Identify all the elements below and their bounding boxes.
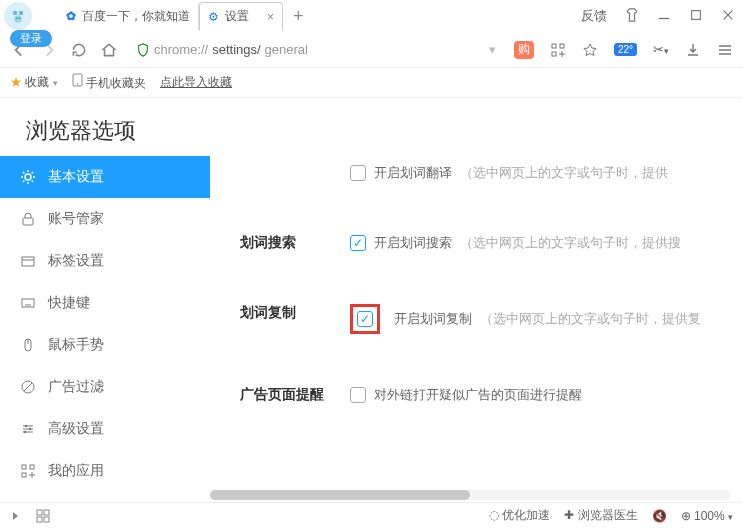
search-checkbox[interactable]: ✓ — [350, 235, 366, 251]
tab-settings[interactable]: ⚙ 设置 × — [199, 2, 283, 30]
setting-search-row: 划词搜索 ✓ 开启划词搜索 （选中网页上的文字或句子时，提供搜 — [240, 234, 743, 252]
mobile-favorites[interactable]: 手机收藏夹 — [72, 73, 146, 92]
translate-label: 开启划词翻译 — [374, 164, 452, 182]
sidebar-item-mouse[interactable]: 鼠标手势 — [0, 324, 210, 366]
svg-rect-33 — [37, 517, 42, 522]
phone-icon — [72, 76, 83, 90]
svg-rect-29 — [30, 465, 34, 469]
login-button[interactable]: 登录 — [10, 30, 52, 47]
settings-sidebar: 基本设置 账号管家 标签设置 快捷键 鼠标手势 广告过滤 高级设置 我的应用 — [0, 156, 210, 502]
home-icon[interactable] — [100, 41, 118, 59]
search-hint: （选中网页上的文字或句子时，提供搜 — [460, 234, 681, 252]
doctor-button[interactable]: ✚ 浏览器医生 — [564, 507, 637, 524]
menu-icon[interactable] — [717, 42, 733, 58]
sidebar-item-adblock[interactable]: 广告过滤 — [0, 366, 210, 408]
block-icon — [20, 379, 36, 395]
apps-icon — [20, 463, 36, 479]
translate-hint: （选中网页上的文字或句子时，提供 — [460, 164, 668, 182]
title-bar: 登录 ✿ 百度一下，你就知道 ⚙ 设置 × + 反馈 — [0, 0, 743, 32]
zoom-indicator[interactable]: ⊕ 100% ▾ — [681, 509, 733, 523]
settings-content: ✓ 开启划词翻译 （选中网页上的文字或句子时，提供 划词搜索 ✓ 开启划词搜索 … — [210, 156, 743, 502]
mute-icon[interactable]: 🔇 — [652, 509, 667, 523]
svg-rect-32 — [44, 510, 49, 515]
tab-title: 百度一下，你就知道 — [82, 8, 190, 25]
weather-badge[interactable]: 22° — [614, 43, 637, 56]
accelerate-button[interactable]: ◌ 优化加速 — [489, 507, 550, 524]
extensions-icon[interactable] — [550, 42, 566, 58]
chevron-down-icon[interactable]: ▾ — [489, 42, 496, 57]
scissors-icon[interactable]: ✂▾ — [653, 42, 669, 57]
copy-label: 开启划词复制 — [394, 310, 472, 328]
maximize-icon[interactable] — [689, 8, 703, 25]
import-favorites-link[interactable]: 点此导入收藏 — [160, 74, 232, 91]
highlight-box: ✓ — [350, 304, 380, 334]
sidebar-item-label: 鼠标手势 — [48, 336, 104, 354]
droplet-icon: ◌ — [489, 508, 499, 522]
url-box[interactable]: chrome://settings/general ▾ — [130, 42, 502, 57]
ad-checkbox[interactable]: ✓ — [350, 387, 366, 403]
bookmarks-bar: ★ 收藏 ▾ 手机收藏夹 点此导入收藏 — [0, 68, 743, 98]
tab-close-icon[interactable]: × — [267, 10, 274, 24]
favorites-menu[interactable]: ★ 收藏 ▾ — [10, 74, 58, 91]
scrollbar-thumb[interactable] — [210, 490, 470, 500]
svg-rect-9 — [552, 44, 556, 48]
favorite-icon[interactable] — [582, 42, 598, 58]
sidebar-item-label: 账号管家 — [48, 210, 104, 228]
close-window-icon[interactable] — [721, 8, 735, 25]
search-label: 开启划词搜索 — [374, 234, 452, 252]
svg-rect-30 — [22, 473, 26, 477]
sidebar-item-tabs[interactable]: 标签设置 — [0, 240, 210, 282]
sidebar-item-label: 基本设置 — [48, 168, 104, 186]
tabs-icon — [20, 253, 36, 269]
copy-hint: （选中网页上的文字或句子时，提供复 — [480, 310, 701, 328]
sidebar-item-accounts[interactable]: 账号管家 — [0, 198, 210, 240]
svg-line-24 — [24, 383, 32, 391]
sidebar-item-general[interactable]: 基本设置 — [0, 156, 210, 198]
setting-translate-row: ✓ 开启划词翻译 （选中网页上的文字或句子时，提供 — [240, 164, 743, 182]
sidebar-item-apps[interactable]: 我的应用 — [0, 450, 210, 492]
star-icon: ★ — [10, 75, 22, 89]
avatar[interactable] — [4, 2, 32, 30]
sliders-icon — [20, 421, 36, 437]
svg-point-4 — [19, 17, 21, 19]
keyboard-icon — [20, 295, 36, 311]
svg-rect-19 — [22, 257, 34, 266]
sidebar-item-shortcuts[interactable]: 快捷键 — [0, 282, 210, 324]
svg-point-2 — [14, 15, 22, 23]
url-path: settings/ — [212, 42, 260, 57]
toolbar-right: 购 22° ✂▾ — [514, 41, 733, 59]
svg-rect-18 — [23, 218, 33, 225]
sidebar-item-label: 我的应用 — [48, 462, 104, 480]
lock-icon — [20, 211, 36, 227]
sidebar-toggle-icon[interactable] — [10, 510, 22, 522]
minimize-icon[interactable] — [657, 8, 671, 25]
sidebar-item-advanced[interactable]: 高级设置 — [0, 408, 210, 450]
svg-rect-11 — [552, 52, 556, 56]
copy-checkbox[interactable]: ✓ — [357, 311, 373, 327]
tab-baidu[interactable]: ✿ 百度一下，你就知道 — [58, 2, 199, 30]
new-tab-button[interactable]: + — [283, 2, 314, 30]
svg-point-27 — [24, 431, 27, 434]
sidebar-item-label: 快捷键 — [48, 294, 90, 312]
svg-point-25 — [25, 425, 28, 428]
section-label: 划词搜索 — [240, 234, 350, 252]
paw-icon: ✿ — [66, 9, 76, 23]
avatar-icon — [9, 7, 27, 25]
translate-checkbox[interactable]: ✓ — [350, 165, 366, 181]
feedback-link[interactable]: 反馈 — [581, 7, 607, 25]
reload-icon[interactable] — [70, 41, 88, 59]
svg-point-1 — [19, 11, 24, 16]
horizontal-scrollbar[interactable] — [210, 490, 731, 500]
grid-icon[interactable] — [36, 509, 50, 523]
setting-ad-row: 广告页面提醒 ✓ 对外链打开疑似广告的页面进行提醒 — [240, 386, 743, 404]
svg-rect-10 — [560, 44, 564, 48]
ad-label: 对外链打开疑似广告的页面进行提醒 — [374, 386, 582, 404]
section-label: 划词复制 — [240, 304, 350, 322]
svg-rect-34 — [44, 517, 49, 522]
skin-icon[interactable] — [625, 8, 639, 25]
gift-icon[interactable]: 购 — [514, 41, 534, 59]
download-icon[interactable] — [685, 42, 701, 58]
svg-point-3 — [16, 17, 18, 19]
svg-point-17 — [25, 174, 31, 180]
status-bar: ◌ 优化加速 ✚ 浏览器医生 🔇 ⊕ 100% ▾ — [0, 502, 743, 528]
